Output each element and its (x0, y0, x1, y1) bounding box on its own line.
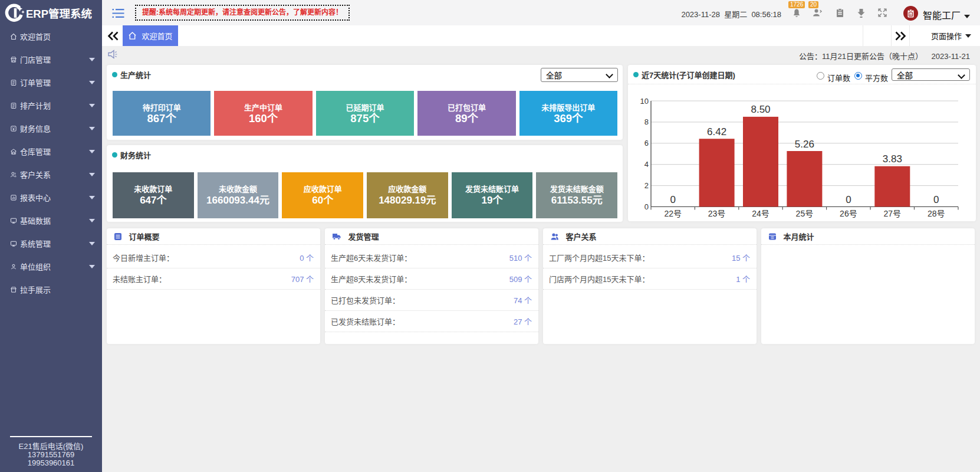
svg-text:23号: 23号 (708, 209, 726, 218)
svg-text:28号: 28号 (928, 209, 945, 218)
svg-text:0: 0 (644, 202, 649, 211)
svg-text:10: 10 (640, 97, 649, 106)
svg-text:5.26: 5.26 (795, 139, 814, 150)
svg-text:0: 0 (670, 194, 675, 205)
svg-text:24号: 24号 (752, 209, 769, 218)
svg-text:8.50: 8.50 (751, 104, 770, 115)
svg-text:6: 6 (644, 139, 649, 148)
svg-text:4: 4 (644, 160, 649, 169)
svg-text:0: 0 (846, 194, 851, 205)
svg-text:27号: 27号 (884, 209, 902, 218)
svg-text:22号: 22号 (664, 209, 682, 218)
svg-text:25号: 25号 (796, 209, 814, 218)
svg-text:3.83: 3.83 (883, 153, 902, 165)
svg-text:0: 0 (933, 194, 939, 205)
svg-text:2: 2 (644, 181, 649, 190)
svg-text:8: 8 (644, 117, 649, 126)
svg-text:6.42: 6.42 (707, 126, 726, 137)
svg-text:26号: 26号 (840, 209, 857, 218)
